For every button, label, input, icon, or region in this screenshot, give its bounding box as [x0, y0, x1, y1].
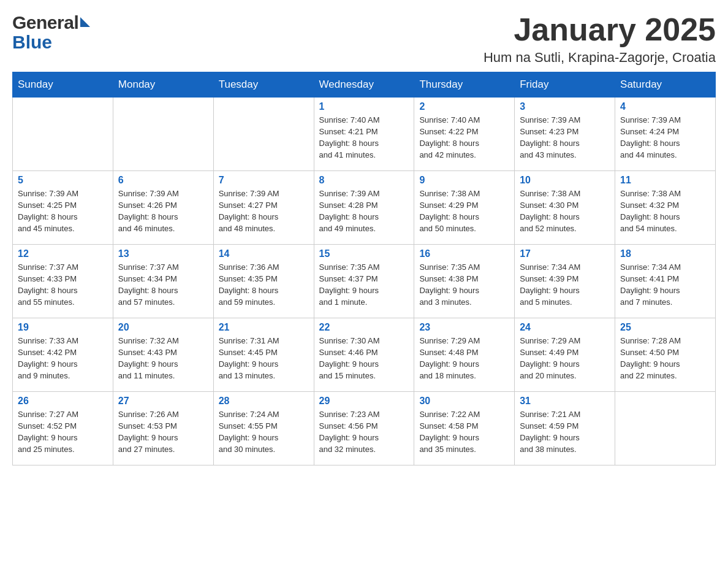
day-number: 25: [620, 322, 710, 333]
day-info: Sunrise: 7:24 AMSunset: 4:55 PMDaylight:…: [219, 409, 309, 455]
day-number: 28: [219, 396, 309, 407]
day-number: 21: [219, 322, 309, 333]
day-info: Sunrise: 7:34 AMSunset: 4:41 PMDaylight:…: [620, 262, 710, 308]
calendar-week-row: 26Sunrise: 7:27 AMSunset: 4:52 PMDayligh…: [13, 392, 716, 465]
location-title: Hum na Sutli, Krapina-Zagorje, Croatia: [483, 50, 716, 66]
calendar-cell: 31Sunrise: 7:21 AMSunset: 4:59 PMDayligh…: [515, 392, 615, 465]
day-info: Sunrise: 7:29 AMSunset: 4:48 PMDaylight:…: [419, 335, 509, 381]
day-number: 2: [419, 101, 509, 112]
calendar-table: SundayMondayTuesdayWednesdayThursdayFrid…: [12, 72, 716, 465]
calendar-day-header: Friday: [515, 72, 615, 98]
logo-blue-text: Blue: [12, 32, 52, 53]
calendar-cell: 30Sunrise: 7:22 AMSunset: 4:58 PMDayligh…: [414, 392, 515, 465]
calendar-cell: 9Sunrise: 7:38 AMSunset: 4:29 PMDaylight…: [414, 171, 515, 245]
day-info: Sunrise: 7:30 AMSunset: 4:46 PMDaylight:…: [319, 335, 409, 381]
day-info: Sunrise: 7:39 AMSunset: 4:24 PMDaylight:…: [620, 115, 710, 161]
day-number: 4: [620, 101, 710, 112]
calendar-week-row: 1Sunrise: 7:40 AMSunset: 4:21 PMDaylight…: [13, 98, 716, 171]
day-number: 31: [520, 396, 610, 407]
calendar-cell: 21Sunrise: 7:31 AMSunset: 4:45 PMDayligh…: [213, 318, 314, 392]
day-info: Sunrise: 7:40 AMSunset: 4:21 PMDaylight:…: [319, 115, 409, 161]
day-number: 26: [18, 396, 108, 407]
calendar-cell: 14Sunrise: 7:36 AMSunset: 4:35 PMDayligh…: [213, 245, 314, 318]
day-info: Sunrise: 7:22 AMSunset: 4:58 PMDaylight:…: [419, 409, 509, 455]
calendar-week-row: 12Sunrise: 7:37 AMSunset: 4:33 PMDayligh…: [13, 245, 716, 318]
day-info: Sunrise: 7:39 AMSunset: 4:27 PMDaylight:…: [219, 188, 309, 234]
calendar-week-row: 5Sunrise: 7:39 AMSunset: 4:25 PMDaylight…: [13, 171, 716, 245]
title-area: January 2025 Hum na Sutli, Krapina-Zagor…: [483, 12, 716, 66]
calendar-cell: 25Sunrise: 7:28 AMSunset: 4:50 PMDayligh…: [615, 318, 716, 392]
day-info: Sunrise: 7:35 AMSunset: 4:37 PMDaylight:…: [319, 262, 409, 308]
day-info: Sunrise: 7:32 AMSunset: 4:43 PMDaylight:…: [118, 335, 208, 381]
calendar-cell: 29Sunrise: 7:23 AMSunset: 4:56 PMDayligh…: [314, 392, 414, 465]
logo-arrow-icon: [80, 17, 90, 27]
calendar-cell: 17Sunrise: 7:34 AMSunset: 4:39 PMDayligh…: [515, 245, 615, 318]
logo: General Blue: [12, 12, 90, 53]
day-number: 19: [18, 322, 108, 333]
day-info: Sunrise: 7:28 AMSunset: 4:50 PMDaylight:…: [620, 335, 710, 381]
calendar-cell: [213, 98, 314, 171]
calendar-day-header: Saturday: [615, 72, 716, 98]
day-info: Sunrise: 7:38 AMSunset: 4:29 PMDaylight:…: [419, 188, 509, 234]
calendar-cell: 4Sunrise: 7:39 AMSunset: 4:24 PMDaylight…: [615, 98, 716, 171]
day-info: Sunrise: 7:40 AMSunset: 4:22 PMDaylight:…: [419, 115, 509, 161]
calendar-cell: 24Sunrise: 7:29 AMSunset: 4:49 PMDayligh…: [515, 318, 615, 392]
day-number: 14: [219, 248, 309, 259]
day-number: 5: [18, 175, 108, 186]
day-number: 17: [520, 248, 610, 259]
day-info: Sunrise: 7:21 AMSunset: 4:59 PMDaylight:…: [520, 409, 610, 455]
calendar-cell: 18Sunrise: 7:34 AMSunset: 4:41 PMDayligh…: [615, 245, 716, 318]
month-title: January 2025: [483, 12, 716, 47]
day-info: Sunrise: 7:29 AMSunset: 4:49 PMDaylight:…: [520, 335, 610, 381]
day-number: 16: [419, 248, 509, 259]
day-number: 3: [520, 101, 610, 112]
calendar-cell: 1Sunrise: 7:40 AMSunset: 4:21 PMDaylight…: [314, 98, 414, 171]
calendar-day-header: Wednesday: [314, 72, 414, 98]
day-number: 24: [520, 322, 610, 333]
day-info: Sunrise: 7:38 AMSunset: 4:32 PMDaylight:…: [620, 188, 710, 234]
calendar-cell: 12Sunrise: 7:37 AMSunset: 4:33 PMDayligh…: [13, 245, 113, 318]
day-number: 23: [419, 322, 509, 333]
day-number: 7: [219, 175, 309, 186]
calendar-cell: 6Sunrise: 7:39 AMSunset: 4:26 PMDaylight…: [113, 171, 213, 245]
day-number: 22: [319, 322, 409, 333]
calendar-week-row: 19Sunrise: 7:33 AMSunset: 4:42 PMDayligh…: [13, 318, 716, 392]
day-info: Sunrise: 7:34 AMSunset: 4:39 PMDaylight:…: [520, 262, 610, 308]
day-info: Sunrise: 7:26 AMSunset: 4:53 PMDaylight:…: [118, 409, 208, 455]
calendar-cell: 2Sunrise: 7:40 AMSunset: 4:22 PMDaylight…: [414, 98, 515, 171]
day-number: 29: [319, 396, 409, 407]
day-info: Sunrise: 7:37 AMSunset: 4:33 PMDaylight:…: [18, 262, 108, 308]
calendar-cell: 19Sunrise: 7:33 AMSunset: 4:42 PMDayligh…: [13, 318, 113, 392]
day-info: Sunrise: 7:36 AMSunset: 4:35 PMDaylight:…: [219, 262, 309, 308]
calendar-cell: [615, 392, 716, 465]
day-info: Sunrise: 7:23 AMSunset: 4:56 PMDaylight:…: [319, 409, 409, 455]
day-info: Sunrise: 7:27 AMSunset: 4:52 PMDaylight:…: [18, 409, 108, 455]
calendar-cell: 27Sunrise: 7:26 AMSunset: 4:53 PMDayligh…: [113, 392, 213, 465]
day-info: Sunrise: 7:31 AMSunset: 4:45 PMDaylight:…: [219, 335, 309, 381]
calendar-day-header: Sunday: [13, 72, 113, 98]
day-number: 27: [118, 396, 208, 407]
calendar-header-row: SundayMondayTuesdayWednesdayThursdayFrid…: [13, 72, 716, 98]
day-info: Sunrise: 7:35 AMSunset: 4:38 PMDaylight:…: [419, 262, 509, 308]
calendar-cell: 11Sunrise: 7:38 AMSunset: 4:32 PMDayligh…: [615, 171, 716, 245]
calendar-cell: [113, 98, 213, 171]
calendar-cell: 20Sunrise: 7:32 AMSunset: 4:43 PMDayligh…: [113, 318, 213, 392]
day-number: 6: [118, 175, 208, 186]
day-info: Sunrise: 7:39 AMSunset: 4:26 PMDaylight:…: [118, 188, 208, 234]
day-info: Sunrise: 7:37 AMSunset: 4:34 PMDaylight:…: [118, 262, 208, 308]
day-number: 30: [419, 396, 509, 407]
day-info: Sunrise: 7:39 AMSunset: 4:25 PMDaylight:…: [18, 188, 108, 234]
day-number: 11: [620, 175, 710, 186]
calendar-cell: 16Sunrise: 7:35 AMSunset: 4:38 PMDayligh…: [414, 245, 515, 318]
calendar-cell: 15Sunrise: 7:35 AMSunset: 4:37 PMDayligh…: [314, 245, 414, 318]
day-number: 18: [620, 248, 710, 259]
day-number: 9: [419, 175, 509, 186]
calendar-day-header: Tuesday: [213, 72, 314, 98]
calendar-cell: [13, 98, 113, 171]
calendar-day-header: Monday: [113, 72, 213, 98]
calendar-cell: 5Sunrise: 7:39 AMSunset: 4:25 PMDaylight…: [13, 171, 113, 245]
day-number: 20: [118, 322, 208, 333]
day-info: Sunrise: 7:33 AMSunset: 4:42 PMDaylight:…: [18, 335, 108, 381]
calendar-cell: 23Sunrise: 7:29 AMSunset: 4:48 PMDayligh…: [414, 318, 515, 392]
calendar-cell: 10Sunrise: 7:38 AMSunset: 4:30 PMDayligh…: [515, 171, 615, 245]
